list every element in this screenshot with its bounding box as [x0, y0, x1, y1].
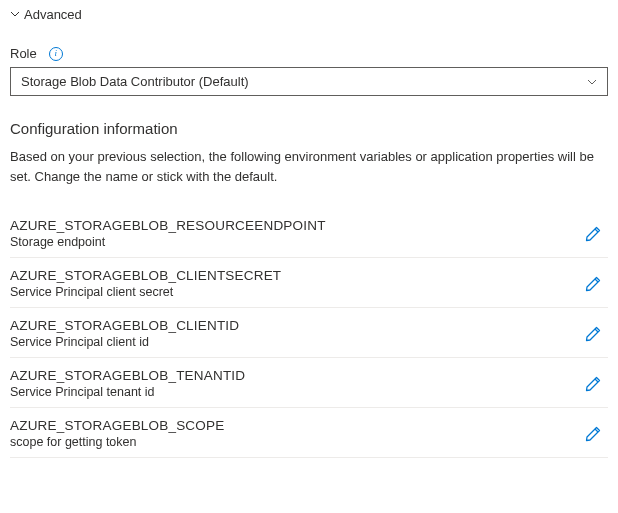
- variable-row: AZURE_STORAGEBLOB_TENANTIDService Princi…: [10, 358, 608, 408]
- pencil-icon: [585, 226, 601, 242]
- pencil-icon: [585, 376, 601, 392]
- edit-button[interactable]: [578, 269, 608, 299]
- chevron-down-icon: [10, 9, 20, 21]
- variable-row: AZURE_STORAGEBLOB_CLIENTSECRETService Pr…: [10, 258, 608, 308]
- pencil-icon: [585, 326, 601, 342]
- variable-name: AZURE_STORAGEBLOB_RESOURCEENDPOINT: [10, 218, 578, 233]
- config-description: Based on your previous selection, the fo…: [10, 147, 600, 186]
- edit-button[interactable]: [578, 219, 608, 249]
- edit-button[interactable]: [578, 319, 608, 349]
- config-title: Configuration information: [10, 120, 608, 137]
- role-select-value: Storage Blob Data Contributor (Default): [21, 74, 249, 89]
- variable-name: AZURE_STORAGEBLOB_CLIENTID: [10, 318, 578, 333]
- variable-description: Service Principal client secret: [10, 285, 578, 299]
- variable-name: AZURE_STORAGEBLOB_CLIENTSECRET: [10, 268, 578, 283]
- variable-name: AZURE_STORAGEBLOB_TENANTID: [10, 368, 578, 383]
- edit-button[interactable]: [578, 419, 608, 449]
- variable-description: Service Principal tenant id: [10, 385, 578, 399]
- variable-name: AZURE_STORAGEBLOB_SCOPE: [10, 418, 578, 433]
- role-select[interactable]: Storage Blob Data Contributor (Default): [10, 67, 608, 96]
- variable-row: AZURE_STORAGEBLOB_SCOPEscope for getting…: [10, 408, 608, 458]
- edit-button[interactable]: [578, 369, 608, 399]
- advanced-toggle[interactable]: Advanced: [10, 7, 608, 22]
- pencil-icon: [585, 426, 601, 442]
- pencil-icon: [585, 276, 601, 292]
- variable-description: scope for getting token: [10, 435, 578, 449]
- variable-row: AZURE_STORAGEBLOB_RESOURCEENDPOINTStorag…: [10, 208, 608, 258]
- role-label: Role: [10, 46, 37, 61]
- variable-description: Storage endpoint: [10, 235, 578, 249]
- variable-description: Service Principal client id: [10, 335, 578, 349]
- advanced-label: Advanced: [24, 7, 82, 22]
- variable-row: AZURE_STORAGEBLOB_CLIENTIDService Princi…: [10, 308, 608, 358]
- info-icon[interactable]: i: [49, 47, 63, 61]
